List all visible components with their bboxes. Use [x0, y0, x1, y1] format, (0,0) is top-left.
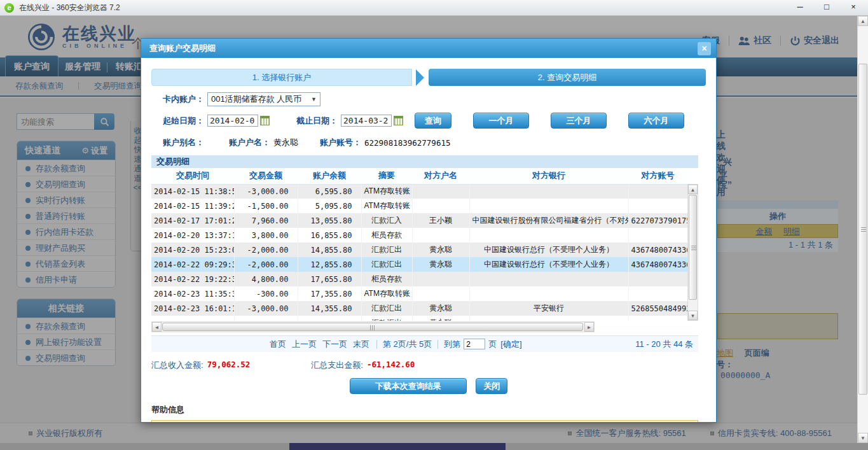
scroll-left-icon[interactable]: ◄: [152, 322, 162, 332]
scroll-up-icon[interactable]: ▲: [688, 185, 698, 194]
chevron-down-icon: ▼: [311, 96, 317, 102]
next-page-link[interactable]: 下一页: [322, 339, 347, 350]
cell-account: [628, 199, 687, 213]
close-icon[interactable]: ×: [698, 42, 711, 55]
expense-total-label: 汇总支出金额:: [311, 360, 363, 371]
cell-summary: 汇款汇出: [361, 316, 412, 321]
goto-page-suffix: 页: [488, 339, 497, 350]
thumb-grip-icon: [370, 325, 376, 330]
cell-account: 43674800743365: [628, 243, 687, 257]
cell-balance: 5,095.80: [298, 199, 361, 213]
column-header: 交易时间: [151, 168, 234, 184]
end-date-input[interactable]: [341, 115, 392, 127]
cell-balance: 14,855.80: [298, 243, 361, 257]
step-indicator: 1. 选择银行账户 2. 查询交易明细: [151, 69, 706, 86]
record-range-info: 11 - 20 共 44 条: [635, 339, 698, 350]
close-window-button[interactable]: ×: [841, 1, 865, 14]
cell-account: 43674800743365: [628, 257, 687, 272]
column-header: 交易金额: [234, 168, 298, 184]
table-row[interactable]: 2014-02-23 11:35:31-300.0017,355.80ATM存取…: [151, 286, 687, 301]
cell-name: [412, 228, 469, 243]
help-section-title: 帮助信息: [151, 404, 706, 416]
cell-time: 2014-02-20 13:37:19: [151, 228, 234, 243]
cell-name: [412, 199, 469, 213]
prev-page-link[interactable]: 上一页: [292, 339, 317, 350]
cell-amount: -2,000.00: [234, 243, 298, 257]
cell-time: 2014-02-22 19:22:34: [151, 272, 234, 286]
scrollbar-thumb[interactable]: [689, 195, 697, 300]
cell-account: [628, 272, 687, 286]
cell-amount: -300.00: [234, 286, 298, 301]
pagination-bar: 首页 上一页 下一页 末页 第 2页/共 5页 到第 页 [确定] 11 - 2…: [151, 335, 698, 352]
goto-page-input[interactable]: [464, 339, 485, 349]
scrollbar-thumb[interactable]: [162, 323, 583, 331]
start-date-input[interactable]: [207, 115, 258, 127]
scroll-up-icon[interactable]: ▲: [858, 16, 868, 26]
cell-summary: 汇款汇出: [361, 243, 412, 257]
table-row[interactable]: 2014-02-22 19:22:344,800.0017,655.80柜员存款: [151, 272, 687, 286]
table-row[interactable]: 2014-02-20 13:37:193,800.0016,855.80柜员存款: [151, 228, 687, 243]
cell-bank: 平安银行: [469, 301, 628, 316]
table-row[interactable]: 2014-02-23 16:01:15-3,000.0014,355.80汇款汇…: [151, 301, 687, 316]
scroll-down-icon[interactable]: ▼: [688, 311, 698, 320]
account-select[interactable]: 001活期储蓄存款 人民币 ▼: [207, 92, 320, 106]
table-row[interactable]: 2014-02-20 15:23:05-2,000.0014,855.80汇款汇…: [151, 243, 687, 257]
close-dialog-button[interactable]: 关闭: [476, 378, 507, 394]
scroll-right-icon[interactable]: ►: [584, 322, 594, 332]
maximize-button[interactable]: □: [815, 1, 839, 14]
cell-balance: 14,355.80: [298, 301, 361, 316]
table-vertical-scrollbar[interactable]: ▲ ▼: [687, 184, 698, 321]
cell-bank: [469, 228, 628, 243]
screen: e 在线兴业 - 360安全浏览器 7.2 ─ □ × 在线兴业 CIB ONL…: [0, 0, 868, 450]
minimize-button[interactable]: ─: [788, 1, 812, 14]
window-title: 在线兴业 - 360安全浏览器 7.2: [19, 3, 120, 13]
income-total-label: 汇总收入金额:: [151, 360, 203, 371]
cell-summary: 汇款汇出: [361, 301, 412, 316]
column-header: 账户余额: [298, 168, 361, 184]
first-page-link[interactable]: 首页: [270, 339, 286, 350]
cell-summary: ATM存取转账: [361, 286, 412, 301]
table-horizontal-scrollbar[interactable]: ◄ ►: [151, 321, 595, 332]
goto-confirm-link[interactable]: [确定]: [500, 339, 521, 350]
calendar-icon[interactable]: [394, 116, 403, 125]
table-row[interactable]: 汇款汇出黄永聪: [151, 316, 687, 321]
dialog-title: 查询账户交易明细: [149, 43, 216, 54]
cell-name: 黄永聪: [412, 243, 469, 257]
account-number-label: 账户账号：: [320, 137, 361, 148]
help-info-box: 可查询活期账户（卡内）交易明细: [151, 420, 698, 422]
table-section-title: 交易明细: [151, 155, 698, 168]
table-row[interactable]: 2014-02-17 17:01:287,960.0013,055.80汇款汇入…: [151, 213, 687, 228]
three-month-button[interactable]: 三个月: [551, 113, 607, 129]
query-button[interactable]: 查询: [415, 113, 451, 129]
cell-account: 62270737901756: [628, 213, 687, 228]
column-header: 摘要: [361, 168, 412, 184]
cell-amount: 4,800.00: [234, 272, 298, 286]
table-row[interactable]: 2014-02-15 11:38:51-3,000.006,595.80ATM存…: [151, 184, 687, 199]
thumb-grip-icon: [691, 246, 696, 250]
last-page-link[interactable]: 末页: [353, 339, 369, 350]
cell-balance: 17,655.80: [298, 272, 361, 286]
cell-time: 2014-02-17 17:01:28: [151, 213, 234, 228]
cell-bank: 中国建设银行股份有限公司福建省分行（不对外）: [469, 213, 628, 228]
scroll-down-icon[interactable]: ▼: [858, 433, 868, 443]
six-month-button[interactable]: 六个月: [628, 113, 684, 129]
cell-balance: 6,595.80: [298, 184, 361, 199]
taskbar-segment: [289, 443, 506, 450]
column-header: 对方银行: [469, 168, 628, 184]
calendar-icon[interactable]: [260, 116, 270, 125]
expense-total-value: -61,142.60: [367, 360, 415, 371]
table-row[interactable]: 2014-02-15 11:39:24-1,500.005,095.80ATM存…: [151, 199, 687, 213]
cell-bank: 中国建设银行总行（不受理个人业务）: [469, 257, 628, 272]
account-select-value: 001活期储蓄存款 人民币: [211, 94, 301, 105]
cell-summary: 汇款汇入: [361, 213, 412, 228]
scrollbar-thumb[interactable]: [858, 64, 867, 395]
browser-scrollbar[interactable]: ▲ ▼: [857, 16, 868, 443]
table-body: 2014-02-15 11:38:51-3,000.006,595.80ATM存…: [151, 184, 687, 321]
table-row[interactable]: 2014-02-22 09:29:34-2,000.0012,855.80汇款汇…: [151, 257, 687, 272]
dialog-actions: 下载本次查询结果 关闭: [141, 378, 716, 394]
cell-account: [628, 184, 687, 199]
step-2-query-detail: 2. 查询交易明细: [429, 69, 706, 86]
download-results-button[interactable]: 下载本次查询结果: [350, 378, 467, 394]
account-alias-label: 账户别名：: [163, 137, 204, 148]
one-month-button[interactable]: 一个月: [473, 113, 529, 129]
